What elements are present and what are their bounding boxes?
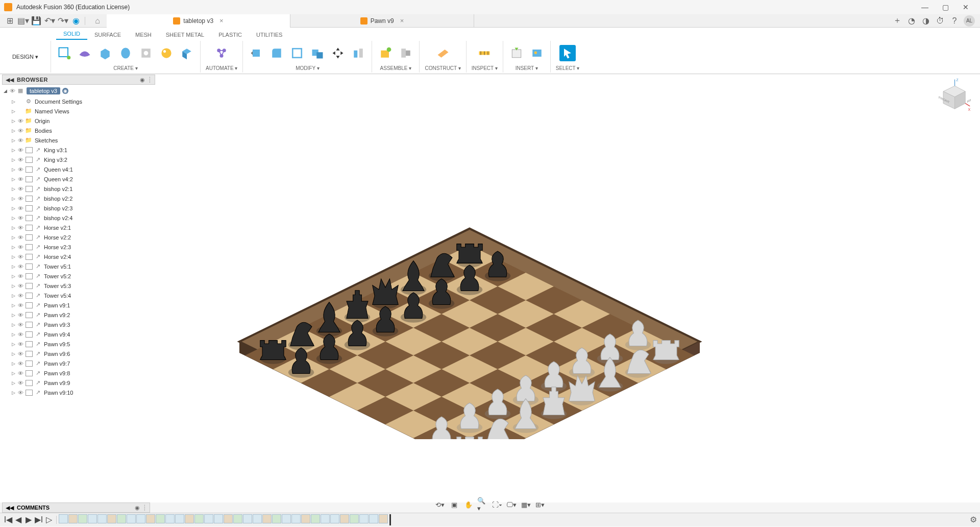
- visibility-icon[interactable]: 👁: [16, 234, 24, 241]
- expand-icon[interactable]: ▷: [10, 186, 16, 191]
- expand-icon[interactable]: ▷: [10, 177, 16, 182]
- ribbon-tab[interactable]: UTILITIES: [249, 30, 289, 40]
- timeline-operation[interactable]: [127, 514, 136, 523]
- visibility-icon[interactable]: 👁: [16, 186, 24, 192]
- revolve-icon[interactable]: [117, 45, 134, 61]
- expand-icon[interactable]: ▷: [10, 293, 16, 298]
- timeline-play-button[interactable]: ▷: [44, 515, 54, 525]
- timeline-operation[interactable]: [243, 514, 252, 523]
- timeline-operation[interactable]: [282, 514, 291, 523]
- minimize-button[interactable]: —: [915, 0, 935, 14]
- expand-icon[interactable]: ▷: [10, 118, 16, 124]
- group-label-create[interactable]: CREATE ▾: [113, 64, 138, 71]
- expand-icon[interactable]: ▷: [10, 148, 16, 153]
- timeline-operation[interactable]: [175, 514, 184, 523]
- tree-component-item[interactable]: ▷👁↗Pawn v9:3: [2, 320, 155, 329]
- collapse-icon[interactable]: ◀◀: [6, 505, 14, 511]
- visibility-icon[interactable]: 👁: [16, 137, 24, 143]
- tree-item[interactable]: ▷⚙Document Settings: [2, 97, 155, 106]
- construct-plane-icon[interactable]: [435, 45, 451, 61]
- timeline-operation[interactable]: [156, 514, 165, 523]
- group-label-automate[interactable]: AUTOMATE ▾: [206, 64, 237, 71]
- visibility-icon[interactable]: 👁: [16, 370, 24, 376]
- selection-box-icon[interactable]: [26, 186, 33, 192]
- tree-component-item[interactable]: ▷👁↗King v3:1: [2, 145, 155, 155]
- timeline-start-button[interactable]: I◀: [3, 515, 13, 525]
- undo-button[interactable]: ↶▾: [43, 15, 56, 27]
- selection-box-icon[interactable]: [26, 205, 33, 211]
- create-form-icon[interactable]: [77, 45, 93, 61]
- tree-component-item[interactable]: ▷👁↗Pawn v9:8: [2, 368, 155, 378]
- timeline-operation[interactable]: [78, 514, 87, 523]
- visibility-icon[interactable]: 👁: [16, 176, 24, 182]
- visibility-icon[interactable]: 👁: [16, 322, 24, 328]
- expand-icon[interactable]: ▷: [10, 138, 16, 143]
- visibility-icon[interactable]: 👁: [16, 293, 24, 299]
- timeline-operation[interactable]: [185, 514, 194, 523]
- comments-panel-header[interactable]: ◀◀ COMMENTS ◉ ┆: [2, 502, 150, 513]
- expand-icon[interactable]: ▷: [10, 254, 16, 259]
- visibility-icon[interactable]: 👁: [16, 283, 24, 289]
- selection-box-icon[interactable]: [26, 225, 33, 231]
- selection-box-icon[interactable]: [26, 283, 33, 289]
- selection-box-icon[interactable]: [26, 380, 33, 386]
- tree-component-item[interactable]: ▷👁↗Queen v4:1: [2, 164, 155, 174]
- redo-button[interactable]: ↷▾: [57, 15, 69, 27]
- expand-icon[interactable]: ▷: [10, 342, 16, 347]
- timeline-operation[interactable]: [146, 514, 155, 523]
- tree-component-item[interactable]: ▷👁↗bishop v2:3: [2, 203, 155, 213]
- visibility-icon[interactable]: 👁: [16, 390, 24, 396]
- viewport-layout-icon[interactable]: ⊞▾: [534, 499, 546, 510]
- tree-component-item[interactable]: ▷👁↗Horse v2:2: [2, 232, 155, 242]
- display-settings-icon[interactable]: 🖵▾: [506, 499, 517, 510]
- expand-icon[interactable]: ▷: [10, 206, 16, 211]
- selection-box-icon[interactable]: [26, 147, 33, 153]
- comments-settings-icon[interactable]: ◉: [135, 505, 140, 511]
- ribbon-tab[interactable]: SURFACE: [87, 30, 128, 40]
- expand-icon[interactable]: ▷: [10, 371, 16, 376]
- tree-component-item[interactable]: ▷👁↗Horse v2:4: [2, 252, 155, 261]
- document-tab[interactable]: Pawn v9×: [290, 14, 474, 28]
- visibility-icon[interactable]: 👁: [16, 118, 24, 124]
- file-menu-button[interactable]: ▤▾: [17, 15, 29, 27]
- close-tab-icon[interactable]: ×: [400, 17, 404, 25]
- visibility-icon[interactable]: 👁: [16, 273, 24, 279]
- insert-derive-icon[interactable]: [508, 45, 525, 61]
- expand-icon[interactable]: ▷: [10, 109, 16, 114]
- tree-component-item[interactable]: ▷👁↗Horse v2:1: [2, 223, 155, 232]
- tree-component-item[interactable]: ▷👁↗bishop v2:1: [2, 184, 155, 194]
- timeline-operation[interactable]: [330, 514, 339, 523]
- close-tab-icon[interactable]: ×: [219, 17, 224, 25]
- expand-icon[interactable]: ▷: [10, 351, 16, 356]
- timeline-operation[interactable]: [224, 514, 233, 523]
- selection-box-icon[interactable]: [26, 264, 33, 270]
- timeline-operation[interactable]: [233, 514, 242, 523]
- tree-component-item[interactable]: ▷👁↗Tower v5:2: [2, 271, 155, 281]
- document-tab[interactable]: tabletop v3×: [107, 14, 290, 28]
- visibility-icon[interactable]: 👁: [16, 157, 24, 163]
- tree-component-item[interactable]: ▷👁↗Pawn v9:5: [2, 339, 155, 349]
- selection-box-icon[interactable]: [26, 215, 33, 221]
- timeline-settings-icon[interactable]: ⚙: [970, 515, 977, 524]
- expand-icon[interactable]: ▷: [10, 264, 16, 269]
- selection-box-icon[interactable]: [26, 351, 33, 357]
- selection-box-icon[interactable]: [26, 293, 33, 299]
- expand-icon[interactable]: ▷: [10, 361, 16, 366]
- tree-component-item[interactable]: ▷👁↗Pawn v9:1: [2, 300, 155, 310]
- selection-box-icon[interactable]: [26, 166, 33, 173]
- align-icon[interactable]: [350, 45, 366, 61]
- tree-component-item[interactable]: ▷👁↗Horse v2:3: [2, 242, 155, 252]
- visibility-icon[interactable]: 👁: [16, 215, 24, 221]
- selection-box-icon[interactable]: [26, 370, 33, 376]
- expand-icon[interactable]: ▷: [10, 99, 16, 104]
- combine-icon[interactable]: [309, 45, 326, 61]
- selection-box-icon[interactable]: [26, 312, 33, 318]
- selection-box-icon[interactable]: [26, 273, 33, 279]
- selection-box-icon[interactable]: [26, 322, 33, 328]
- expand-icon[interactable]: ▷: [10, 167, 16, 172]
- selection-box-icon[interactable]: [26, 196, 33, 202]
- emboss-icon[interactable]: [158, 45, 175, 61]
- look-at-icon[interactable]: ▣: [449, 499, 460, 510]
- press-pull-icon[interactable]: [248, 45, 264, 61]
- tree-component-item[interactable]: ▷👁↗Tower v5:1: [2, 261, 155, 271]
